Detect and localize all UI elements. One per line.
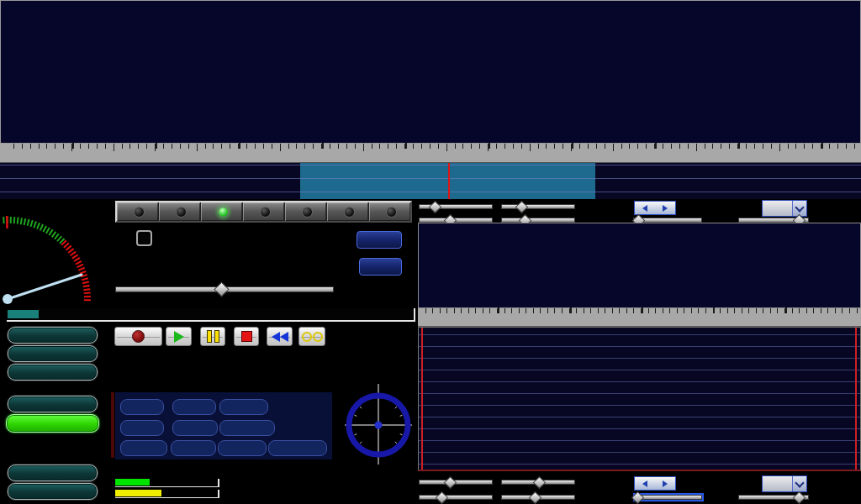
options-button[interactable] (8, 364, 98, 381)
full-screen-button[interactable] (6, 414, 99, 433)
left-arrow-icon[interactable] (642, 205, 647, 212)
scale-ticks (418, 308, 861, 314)
squelch-bar[interactable] (7, 308, 415, 322)
waterfall-contrast-slider-bottom[interactable] (501, 476, 575, 487)
cpu-total-fill (115, 490, 161, 496)
waterfall-brightness-slider-bottom[interactable] (419, 476, 493, 487)
samplerate-button[interactable] (8, 345, 98, 362)
af-spectrum-display[interactable] (418, 327, 861, 471)
mode-led-icon (176, 207, 187, 218)
notch-button[interactable] (219, 399, 268, 415)
af-waterfall-canvas[interactable] (419, 223, 860, 307)
hdsdr-window (0, 0, 861, 504)
cpu-hdsdr-bar (115, 479, 219, 487)
cw-fullbw-button[interactable] (268, 440, 327, 456)
stop-icon (241, 331, 252, 342)
lo-auto-button[interactable] (136, 230, 152, 246)
mode-button-cw[interactable] (326, 202, 368, 221)
mode-button-ecss[interactable] (158, 202, 200, 221)
mode-led-icon (218, 207, 229, 218)
cpu-hdsdr-fill (115, 479, 150, 486)
record-button[interactable] (114, 327, 162, 346)
rewind-button[interactable] (267, 327, 293, 346)
af-spectrum-trace (419, 328, 860, 470)
nb-button[interactable] (172, 399, 216, 415)
main-waterfall-display[interactable] (0, 0, 861, 144)
left-arrow-icon[interactable] (642, 480, 647, 487)
loop-icon (302, 332, 323, 342)
scale-ticks (0, 144, 861, 152)
extio-button[interactable] (359, 258, 402, 276)
mode-led-icon (260, 207, 271, 218)
mode-led-icon (386, 207, 397, 218)
right-arrow-icon[interactable] (663, 480, 668, 487)
slider-thumb[interactable] (214, 281, 229, 297)
dropdown-arrow-icon[interactable] (792, 476, 806, 491)
record-icon (132, 330, 145, 343)
mode-button-usb[interactable] (284, 202, 326, 221)
mute-button[interactable] (120, 420, 164, 436)
s-meter (0, 208, 105, 309)
cw-afc-button[interactable] (171, 440, 216, 456)
main-spectrum-trace (0, 163, 861, 199)
waterfall-brightness-slider-top[interactable] (419, 201, 493, 212)
mode-button-drm[interactable] (368, 202, 410, 221)
cw-zap-button[interactable] (120, 440, 167, 456)
cw-peak-button[interactable] (218, 440, 267, 456)
waterfall-contrast-slider-top[interactable] (501, 201, 575, 212)
meter-needle (8, 275, 82, 299)
mode-bar (115, 201, 412, 223)
play-button[interactable] (166, 327, 192, 346)
pause-icon (207, 330, 219, 343)
needle-pivot (3, 294, 13, 304)
info-update-button[interactable] (8, 396, 98, 412)
nr-button[interactable] (120, 399, 164, 415)
freq-mgr-button[interactable] (357, 231, 402, 249)
af-waterfall-display[interactable] (418, 223, 861, 308)
exit-button[interactable] (8, 483, 98, 500)
right-arrow-icon[interactable] (663, 205, 668, 212)
phase-scope (343, 384, 414, 465)
minimize-button[interactable] (8, 465, 98, 481)
avg-count-dropdown-bottom[interactable] (762, 475, 807, 492)
speed-slider-bottom[interactable] (738, 491, 809, 502)
af-frequency-scale[interactable] (418, 308, 861, 327)
loop-button[interactable] (298, 327, 325, 346)
dsp-panel (115, 392, 332, 459)
volume-slider[interactable] (115, 283, 334, 295)
mode-button-am[interactable] (117, 202, 158, 221)
soundcard-button[interactable] (8, 327, 98, 344)
cpu-total-bar (115, 490, 219, 498)
squelch-level[interactable] (8, 310, 39, 318)
spectrum-contrast-slider-bottom[interactable] (501, 491, 575, 502)
mode-led-icon (302, 207, 313, 218)
agc-off-button[interactable] (172, 420, 218, 436)
play-icon (174, 331, 184, 343)
main-waterfall-canvas[interactable] (1, 1, 860, 143)
waterfall-shift-spinner-top[interactable] (634, 201, 676, 215)
despread-button[interactable] (219, 420, 275, 436)
pause-button[interactable] (200, 327, 225, 346)
mode-button-lsb[interactable] (242, 202, 284, 221)
main-frequency-scale[interactable] (0, 144, 861, 163)
mode-led-icon (344, 207, 355, 218)
rewind-icon (272, 332, 288, 342)
stop-button[interactable] (234, 327, 259, 346)
phase-dot (375, 422, 383, 429)
zoom-slider-bottom[interactable] (635, 491, 702, 502)
spectrum-brightness-slider-bottom[interactable] (419, 491, 493, 502)
main-spectrum-display[interactable] (0, 163, 861, 199)
panel-divider (111, 392, 114, 458)
mode-button-fm[interactable] (200, 202, 242, 221)
mode-led-icon (134, 207, 145, 218)
waterfall-shift-spinner-bottom[interactable] (634, 476, 676, 491)
